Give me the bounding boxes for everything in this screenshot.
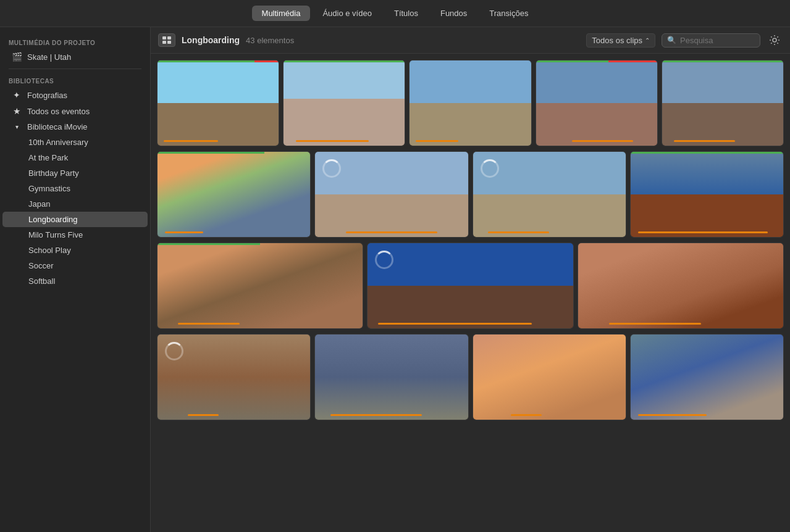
sidebar-item-birthday-party[interactable]: Birthday Party [2,165,148,181]
10th-anniversary-label: 10th Anniversary [28,138,88,147]
project-label: Skate | Utah [27,52,71,62]
video-thumb-4-3[interactable] [473,334,626,420]
sidebar-item-japan[interactable]: Japan [2,196,148,212]
content-area: Longboarding 43 elementos Todos os clips… [151,27,790,532]
gymnastics-label: Gymnastics [28,184,70,193]
video-thumb-4-4[interactable] [630,334,784,420]
divider-1 [9,69,141,69]
tab-titulos[interactable]: Títulos [384,6,428,21]
search-icon: 🔍 [667,36,676,44]
japan-label: Japan [28,199,50,209]
video-row-2 [157,151,784,238]
video-thumb-2-1[interactable] [157,151,311,238]
svg-point-4 [773,38,776,42]
video-thumb-3-3[interactable] [578,243,784,329]
longboarding-label: Longboarding [28,215,78,224]
svg-rect-1 [167,36,171,39]
sidebar-item-project[interactable]: 🎬 Skate | Utah [2,49,148,65]
tab-transicoes[interactable]: Transições [479,6,538,21]
video-thumb-2-2[interactable] [314,151,468,238]
sidebar: MULTIMÉDIA DO PROJETO 🎬 Skate | Utah BIB… [0,27,151,532]
search-input[interactable] [680,36,754,45]
sidebar-item-todos-eventos[interactable]: ★ Todos os eventos [2,103,148,119]
birthday-party-label: Birthday Party [28,168,79,178]
svg-rect-2 [162,41,166,44]
video-thumb-2-3[interactable] [473,151,626,238]
video-thumb-2-4[interactable] [630,151,784,238]
svg-rect-0 [162,36,166,39]
school-play-label: School Play [28,246,71,255]
filter-dropdown[interactable]: Todos os clips ⌃ [586,33,655,48]
video-thumb-4-1[interactable] [157,334,311,420]
search-box[interactable]: 🔍 [662,33,760,48]
chevron-down-icon: ▾ [11,123,22,130]
content-toolbar: Longboarding 43 elementos Todos os clips… [151,27,790,54]
softball-label: Softball [28,276,55,286]
main-area: MULTIMÉDIA DO PROJETO 🎬 Skate | Utah BIB… [0,27,790,532]
tab-audio-video[interactable]: Áudio e vídeo [313,6,382,21]
video-thumb-1-1[interactable] [157,60,279,146]
film-icon: 🎬 [11,52,22,62]
fotografias-label: Fotografias [27,91,67,100]
video-thumb-4-2[interactable] [314,334,468,420]
biblioteca-label: Biblioteca iMovie [27,122,88,131]
video-grid [151,54,790,532]
sidebar-item-longboarding[interactable]: Longboarding [2,212,148,227]
video-thumb-3-1[interactable] [157,243,363,329]
sidebar-item-milo-turns-five[interactable]: Milo Turns Five [2,227,148,243]
grid-toggle-button[interactable] [158,33,175,47]
sidebar-item-at-the-park[interactable]: At the Park [2,150,148,165]
sidebar-item-soccer[interactable]: Soccer [2,258,148,273]
filter-label: Todos os clips [592,36,642,45]
at-the-park-label: At the Park [28,153,68,162]
sidebar-item-gymnastics[interactable]: Gymnastics [2,181,148,196]
settings-button[interactable] [767,32,783,48]
video-thumb-1-4[interactable] [536,60,658,146]
content-title: Longboarding [182,35,240,45]
gear-icon [769,35,780,46]
video-thumb-1-5[interactable] [662,60,784,146]
sidebar-item-school-play[interactable]: School Play [2,243,148,258]
sidebar-item-softball[interactable]: Softball [2,273,148,289]
top-nav-bar: Multimédia Áudio e vídeo Títulos Fundos … [0,0,790,27]
video-row-3 [157,243,784,329]
chevron-down-icon: ⌃ [645,37,650,44]
photos-icon: ✦ [11,90,22,100]
project-media-label: MULTIMÉDIA DO PROJETO [0,35,150,49]
svg-rect-3 [167,41,171,44]
content-count: 43 elementos [246,36,294,45]
sidebar-item-10th-anniversary[interactable]: 10th Anniversary [2,135,148,150]
libraries-label: BIBLIOTECAS [0,73,150,87]
tab-multimedia[interactable]: Multimédia [252,6,311,21]
milo-turns-five-label: Milo Turns Five [28,230,83,239]
video-row-1 [157,60,784,146]
video-thumb-3-2[interactable] [367,243,573,329]
todos-eventos-label: Todos os eventos [27,107,90,116]
video-thumb-1-2[interactable] [283,60,405,146]
grid-icon [162,36,171,44]
video-thumb-1-3[interactable] [409,60,531,146]
soccer-label: Soccer [28,261,53,270]
events-icon: ★ [11,106,22,116]
tab-fundos[interactable]: Fundos [431,6,477,21]
sidebar-item-fotografias[interactable]: ✦ Fotografias [2,87,148,103]
sidebar-item-biblioteca-imovie[interactable]: ▾ Biblioteca iMovie [2,119,148,135]
video-row-4 [157,334,784,420]
